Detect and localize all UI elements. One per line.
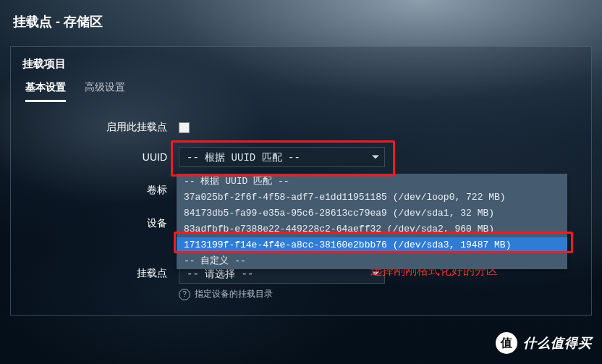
help-icon: ? bbox=[179, 289, 190, 300]
uuid-option-sda1[interactable]: 84173db5-fa99-e35a-95c6-28613cc79ea9 (/d… bbox=[177, 206, 567, 221]
enable-checkbox[interactable] bbox=[179, 122, 190, 133]
uuid-dropdown[interactable]: -- 根据 UUID 匹配 -- 37a025bf-2f6f-4f58-adf7… bbox=[177, 174, 567, 269]
uuid-select-value: -- 根据 UUID 匹配 -- bbox=[187, 152, 300, 164]
watermark-badge: 值 bbox=[496, 332, 517, 354]
panel-title: 挂载项目 bbox=[22, 57, 580, 71]
mountpoint-select-value: -- 请选择 -- bbox=[187, 268, 253, 280]
watermark-text: 什么值得买 bbox=[523, 334, 592, 352]
volume-label-label: 卷标 bbox=[106, 184, 179, 197]
chevron-down-icon bbox=[372, 156, 379, 159]
enable-label: 启用此挂载点 bbox=[106, 121, 179, 134]
row-enable: 启用此挂载点 bbox=[106, 121, 580, 134]
mountpoint-hint: ? 指定设备的挂载目录 bbox=[179, 288, 273, 300]
uuid-option-custom[interactable]: -- 自定义 -- bbox=[177, 253, 567, 269]
page-title: 挂载点 - 存储区 bbox=[0, 0, 602, 30]
device-label: 设备 bbox=[106, 217, 179, 230]
tab-basic[interactable]: 基本设置 bbox=[25, 81, 66, 102]
mountpoint-label: 挂载点 bbox=[106, 267, 179, 280]
uuid-label: UUID bbox=[106, 151, 179, 163]
uuid-option-loop0[interactable]: 37a025bf-2f6f-4f58-adf7-e1dd11951185 (/d… bbox=[177, 190, 567, 206]
uuid-option-sda2[interactable]: 83adfbfb-e7388e22-449228c2-64aeff32 (/de… bbox=[177, 221, 567, 237]
uuid-option-placeholder[interactable]: -- 根据 UUID 匹配 -- bbox=[177, 174, 567, 190]
row-uuid: UUID -- 根据 UUID 匹配 -- bbox=[106, 147, 580, 167]
tab-advanced[interactable]: 高级设置 bbox=[85, 81, 125, 102]
uuid-option-sda3[interactable]: 1713199f-f14e-4f4e-a8cc-38160e2bbb76 (/d… bbox=[177, 237, 567, 253]
uuid-select[interactable]: -- 根据 UUID 匹配 -- bbox=[179, 147, 385, 167]
tabs: 基本设置 高级设置 bbox=[22, 81, 580, 102]
watermark: 值 什么值得买 bbox=[496, 332, 592, 354]
